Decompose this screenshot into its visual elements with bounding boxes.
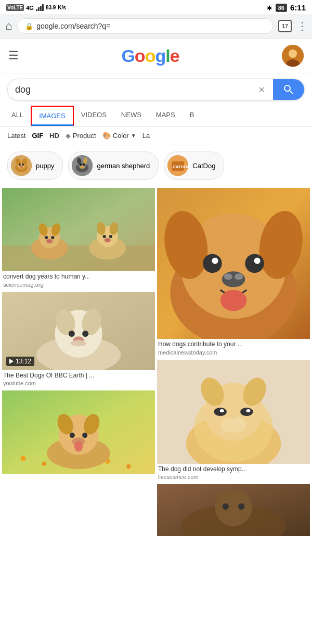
svg-point-30: [46, 239, 53, 243]
tab-maps[interactable]: MAPS: [149, 106, 183, 126]
svg-point-28: [45, 236, 48, 239]
image-column-left: convert dog years to human y... sciencem…: [2, 188, 155, 536]
play-icon: [9, 359, 14, 364]
filter-latest[interactable]: Latest: [7, 132, 25, 140]
related-catdog[interactable]: CATDOG CatDog: [164, 151, 224, 180]
german-shepherd-label: german shepherd: [97, 162, 150, 170]
image-card-goldenface[interactable]: How dogs contribute to your ... medicaln…: [157, 188, 310, 358]
svg-point-88: [223, 503, 229, 510]
hamburger-menu[interactable]: ☰: [8, 49, 19, 62]
tab-videos[interactable]: VIDEOS: [74, 106, 114, 126]
bluetooth-icon: ∗: [266, 4, 272, 12]
svg-point-16: [80, 163, 82, 166]
battery-level: 86: [276, 4, 287, 12]
svg-point-29: [51, 236, 54, 239]
image-card-puppies[interactable]: convert dog years to human y... sciencem…: [2, 188, 155, 290]
svg-point-81: [220, 409, 224, 412]
svg-point-43: [69, 331, 75, 337]
related-german-shepherd[interactable]: german shepherd: [68, 151, 159, 180]
image-bbc-source: youtube.com: [2, 380, 155, 388]
search-tabs-nav: ALL IMAGES VIDEOS NEWS MAPS B: [0, 106, 312, 127]
svg-point-65: [203, 254, 222, 273]
svg-point-67: [212, 258, 218, 264]
related-searches-row: puppy german shepherd CATDOG CatDo: [0, 145, 312, 186]
svg-point-1: [289, 49, 297, 58]
image-column-right: How dogs contribute to your ... medicaln…: [157, 188, 310, 536]
tab-news[interactable]: NEWS: [114, 106, 149, 126]
puppy-thumb: [11, 155, 32, 176]
image-card-bbc[interactable]: 13:12 The Best Dogs Of BBC Earth | ... y…: [2, 292, 155, 389]
logo-letter-g: G: [121, 46, 134, 66]
search-section: dog ×: [0, 73, 312, 106]
svg-text:CATDOG: CATDOG: [173, 165, 188, 169]
status-bar: VoLTE 4G 83.9 K/s ∗ 86 6:11: [0, 0, 312, 14]
product-icon: ◆: [66, 132, 71, 140]
video-duration-text: 13:12: [16, 358, 31, 365]
image-grid: convert dog years to human y... sciencem…: [0, 186, 312, 538]
url-text: google.com/search?q=: [36, 22, 265, 30]
svg-point-79: [214, 407, 226, 415]
svg-point-9: [22, 163, 24, 166]
image-card-dark[interactable]: [157, 484, 310, 536]
svg-point-51: [126, 464, 131, 469]
lock-icon: 🔒: [25, 22, 33, 30]
svg-point-57: [82, 433, 87, 438]
signal-icon: [36, 4, 44, 11]
filter-la[interactable]: La: [142, 132, 150, 140]
tab-images[interactable]: IMAGES: [31, 106, 74, 126]
search-submit-button[interactable]: [273, 79, 304, 100]
svg-point-56: [70, 433, 75, 438]
svg-point-35: [103, 235, 106, 238]
video-duration-badge: 13:12: [6, 357, 34, 366]
logo-letter-l: l: [165, 46, 170, 66]
filter-chips-row: Latest GIF HD ◆ Product 🎨 Color ▼ La: [0, 127, 312, 145]
clear-search-button[interactable]: ×: [258, 84, 265, 96]
filter-color-label: Color: [113, 132, 129, 140]
svg-point-44: [82, 331, 88, 337]
data-speed: 83.9: [46, 5, 56, 10]
related-puppy[interactable]: puppy: [7, 151, 63, 180]
status-left: VoLTE 4G 83.9 K/s: [6, 4, 66, 11]
filter-hd[interactable]: HD: [49, 132, 59, 140]
filter-product-label: Product: [73, 132, 96, 140]
filter-gif[interactable]: GIF: [32, 132, 43, 140]
svg-point-87: [215, 489, 252, 526]
home-button[interactable]: ⌂: [5, 19, 12, 33]
image-whitepup: 13:12: [2, 292, 155, 370]
svg-point-72: [220, 290, 247, 311]
carrier-label: VoLTE: [6, 4, 24, 11]
image-card-pomeranian[interactable]: The dog did not develop symp... livescie…: [157, 360, 310, 483]
logo-letter-o1: o: [135, 46, 145, 66]
more-menu-button[interactable]: ⋮: [297, 20, 307, 32]
filter-color[interactable]: 🎨 Color ▼: [102, 132, 136, 140]
tabs-button[interactable]: 17: [278, 20, 292, 32]
image-puppies-source: sciencemag.org: [2, 282, 155, 290]
svg-point-66: [245, 254, 264, 273]
svg-point-36: [109, 235, 112, 238]
image-puppies-caption: convert dog years to human y...: [2, 271, 155, 282]
image-fieldpup: [2, 390, 155, 474]
svg-point-59: [74, 441, 83, 451]
filter-product[interactable]: ◆ Product: [66, 132, 96, 140]
svg-point-84: [220, 417, 247, 433]
image-goldenface-source: medicalnewstoday.com: [157, 349, 310, 358]
dropdown-arrow-icon: ▼: [131, 133, 136, 138]
puppy-label: puppy: [36, 162, 54, 170]
time-display: 6:11: [290, 3, 306, 12]
tab-all[interactable]: ALL: [4, 106, 31, 126]
svg-point-69: [222, 271, 245, 287]
svg-point-17: [83, 163, 85, 166]
image-dark: [157, 484, 310, 536]
svg-point-8: [19, 163, 21, 166]
search-submit-icon: [282, 83, 295, 96]
user-avatar[interactable]: [282, 45, 304, 67]
network-label: 4G: [26, 5, 34, 11]
address-bar[interactable]: 🔒 google.com/search?q=: [17, 18, 273, 34]
image-pomeranian-caption: The dog did not develop symp...: [157, 464, 310, 474]
image-card-field-pup[interactable]: [2, 390, 155, 474]
svg-point-46: [71, 340, 86, 346]
svg-point-70: [224, 273, 232, 280]
svg-point-82: [246, 409, 250, 412]
svg-point-89: [238, 503, 244, 510]
tab-more[interactable]: B: [183, 106, 202, 126]
